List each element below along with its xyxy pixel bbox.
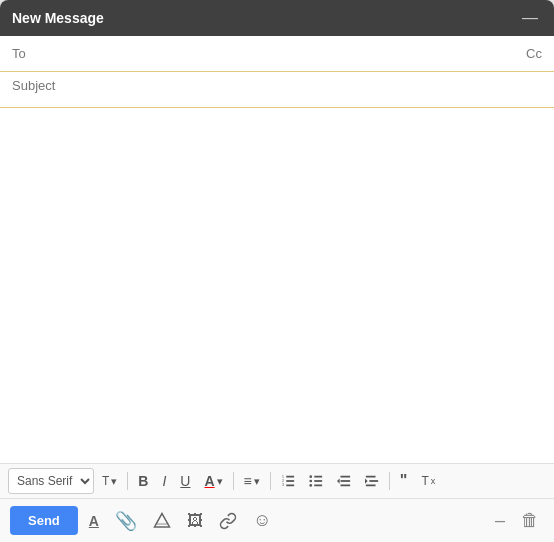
svg-rect-16 (366, 476, 376, 478)
clear-formatting-label: T (421, 474, 428, 488)
minimize-button[interactable]: — (518, 10, 542, 26)
to-input[interactable] (40, 46, 526, 61)
bullet-list-icon (309, 474, 323, 488)
blockquote-button[interactable]: " (394, 468, 414, 494)
svg-rect-2 (286, 485, 294, 487)
compose-window: New Message — To Cc Sans Serif T ▾ B (0, 0, 554, 542)
bullet-list-button[interactable] (303, 470, 329, 492)
indent-decrease-icon (337, 474, 351, 488)
svg-rect-17 (369, 480, 378, 482)
indent-increase-button[interactable] (359, 470, 385, 492)
attach-button[interactable]: 📎 (110, 507, 142, 535)
svg-rect-1 (286, 480, 294, 482)
indent-increase-icon (365, 474, 379, 488)
cc-link[interactable]: Cc (526, 46, 542, 61)
compose-title: New Message (12, 10, 104, 26)
bottom-toolbar: Send A 📎 🖼 ☺ – 🗑 (0, 498, 554, 542)
italic-button[interactable]: I (156, 469, 172, 493)
photo-button[interactable]: 🖼 (182, 509, 208, 533)
svg-text:1: 1 (282, 475, 284, 479)
title-bar-controls: — (518, 10, 542, 26)
separator-3 (270, 472, 271, 490)
to-label: To (12, 46, 32, 61)
font-family-select[interactable]: Sans Serif (8, 468, 94, 494)
svg-text:2: 2 (282, 479, 284, 483)
separator-4 (389, 472, 390, 490)
send-button[interactable]: Send (10, 506, 78, 535)
link-icon (219, 512, 237, 530)
svg-marker-15 (337, 478, 340, 483)
text-color-button[interactable]: A ▾ (198, 469, 228, 493)
link-button[interactable] (214, 509, 242, 533)
title-bar: New Message — (0, 0, 554, 36)
svg-text:3: 3 (282, 483, 284, 487)
separator-1 (127, 472, 128, 490)
svg-point-9 (309, 475, 312, 478)
font-size-button[interactable]: T ▾ (96, 470, 123, 492)
separator-2 (233, 472, 234, 490)
align-button[interactable]: ≡ ▾ (238, 469, 266, 493)
svg-rect-6 (314, 476, 322, 478)
underline-label: U (180, 473, 190, 489)
svg-rect-0 (286, 476, 294, 478)
drive-icon (153, 512, 171, 530)
drive-button[interactable] (148, 509, 176, 533)
svg-rect-13 (340, 480, 350, 482)
text-color-label: A (204, 473, 214, 489)
svg-rect-14 (340, 485, 350, 487)
delete-button[interactable]: 🗑 (516, 507, 544, 534)
svg-marker-20 (154, 513, 169, 527)
svg-marker-19 (365, 478, 368, 483)
clear-formatting-button[interactable]: Tx (415, 470, 441, 492)
subject-input[interactable] (12, 78, 542, 93)
svg-rect-8 (314, 485, 322, 487)
numbered-list-icon: 123 (281, 474, 295, 488)
svg-point-11 (309, 484, 312, 487)
svg-rect-7 (314, 480, 322, 482)
svg-rect-18 (366, 485, 376, 487)
italic-label: I (162, 473, 166, 489)
text-formatting-toggle-button[interactable]: A (84, 510, 104, 532)
formatting-toolbar: Sans Serif T ▾ B I U A ▾ ≡ ▾ (0, 463, 554, 498)
to-field-row: To Cc (0, 36, 554, 72)
emoji-button[interactable]: ☺ (248, 507, 276, 534)
svg-point-10 (309, 480, 312, 483)
bold-button[interactable]: B (132, 469, 154, 493)
indent-decrease-button[interactable] (331, 470, 357, 492)
numbered-list-button[interactable]: 123 (275, 470, 301, 492)
body-area[interactable] (0, 108, 554, 463)
svg-rect-12 (340, 476, 350, 478)
subject-row (0, 72, 554, 108)
underline-button[interactable]: U (174, 469, 196, 493)
bold-label: B (138, 473, 148, 489)
minimize-compose-button[interactable]: – (490, 507, 510, 534)
